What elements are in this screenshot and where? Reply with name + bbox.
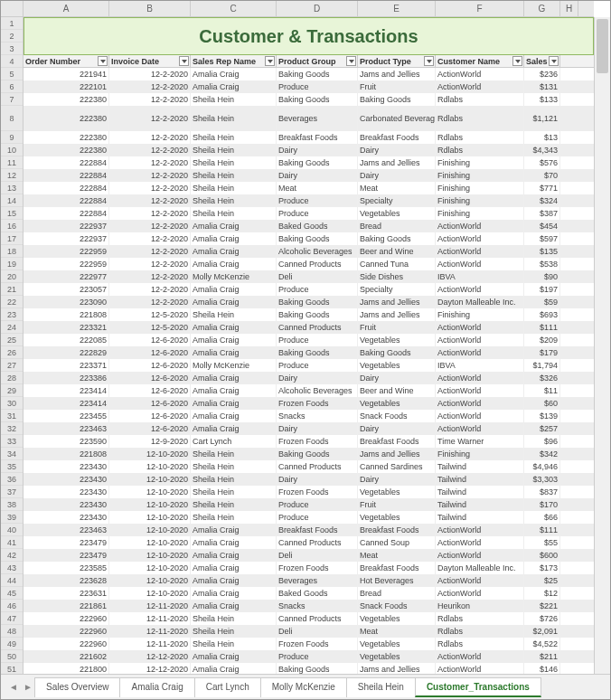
table-row[interactable]: 22337112-6-2020Molly McKenzieProduceVege… xyxy=(24,359,594,372)
cell[interactable]: Baking Goods xyxy=(277,232,358,245)
filter-dropdown-icon[interactable] xyxy=(549,56,559,66)
cell[interactable]: Canned Tuna xyxy=(358,258,436,270)
cell[interactable]: Amalia Craig xyxy=(191,397,277,410)
table-row[interactable]: 22343012-10-2020Sheila HeinCanned Produc… xyxy=(24,460,594,473)
row-header[interactable]: 5 xyxy=(1,68,23,80)
cell[interactable]: Baking Goods xyxy=(277,68,358,80)
cell[interactable]: Time Warner xyxy=(436,435,524,448)
cell[interactable]: $179 xyxy=(524,346,560,359)
cell[interactable]: Amalia Craig xyxy=(191,245,277,258)
cell[interactable]: Finishing xyxy=(436,448,524,460)
cell[interactable]: Vegetables xyxy=(358,207,436,220)
table-row[interactable]: 22347912-10-2020Amalia CraigCanned Produ… xyxy=(24,536,594,549)
cell[interactable]: 222977 xyxy=(24,270,109,283)
cell[interactable]: 221808 xyxy=(24,308,109,321)
col-header[interactable]: A xyxy=(24,1,109,16)
cell[interactable]: Sheila Hein xyxy=(191,156,277,169)
table-row[interactable]: 22295912-2-2020Amalia CraigCanned Produc… xyxy=(24,258,594,270)
cell[interactable]: Hot Beverages xyxy=(358,574,436,587)
cell[interactable]: Amalia Craig xyxy=(191,562,277,574)
cell[interactable]: $111 xyxy=(524,524,560,536)
row-header[interactable]: 21 xyxy=(1,283,23,296)
cell[interactable]: Vegetables xyxy=(358,511,436,524)
cell[interactable]: Produce xyxy=(277,511,358,524)
cell[interactable]: 12-6-2020 xyxy=(109,410,191,422)
cell[interactable]: $726 xyxy=(524,612,560,625)
cell[interactable]: Amalia Craig xyxy=(191,258,277,270)
table-row[interactable]: 22180812-10-2020Sheila HeinBaking GoodsJ… xyxy=(24,448,594,460)
row-header[interactable]: 37 xyxy=(1,486,23,498)
cell[interactable]: Produce xyxy=(277,498,358,511)
cell[interactable]: $55 xyxy=(524,536,560,549)
cell[interactable]: 12-10-2020 xyxy=(109,549,191,562)
cell[interactable]: Amalia Craig xyxy=(191,549,277,562)
cell[interactable]: Sheila Hein xyxy=(191,625,277,638)
cell[interactable]: 223386 xyxy=(24,372,109,384)
table-row[interactable]: 22238012-2-2020Sheila HeinBaking GoodsBa… xyxy=(24,93,594,106)
cell[interactable]: 12-12-2020 xyxy=(109,650,191,663)
table-row[interactable]: 22238012-2-2020Sheila HeinBreakfast Food… xyxy=(24,131,594,144)
cell[interactable]: $693 xyxy=(524,308,560,321)
row-header[interactable]: 20 xyxy=(1,270,23,283)
table-row[interactable]: 22341412-6-2020Amalia CraigAlcoholic Bev… xyxy=(24,384,594,397)
cell[interactable]: ActionWorld xyxy=(436,663,524,674)
corner-cell[interactable] xyxy=(1,1,24,16)
cell[interactable]: Sheila Hein xyxy=(191,182,277,194)
cell[interactable]: Baking Goods xyxy=(277,156,358,169)
cell[interactable]: Sheila Hein xyxy=(191,511,277,524)
column-filter-header[interactable]: Customer Name xyxy=(436,55,524,67)
cell[interactable]: ActionWorld xyxy=(436,397,524,410)
table-row[interactable]: 22160212-12-2020Amalia CraigProduceVeget… xyxy=(24,650,594,663)
cell[interactable]: 222085 xyxy=(24,334,109,346)
cell[interactable]: Produce xyxy=(277,334,358,346)
row-header[interactable]: 46 xyxy=(1,600,23,612)
column-filter-header[interactable]: Order Number xyxy=(24,55,109,67)
cell[interactable]: 222380 xyxy=(24,93,109,106)
cell[interactable]: Sheila Hein xyxy=(191,448,277,460)
cell[interactable]: ActionWorld xyxy=(436,574,524,587)
cell[interactable]: Produce xyxy=(277,283,358,296)
cell[interactable]: Frozen Foods xyxy=(277,486,358,498)
cell[interactable]: $236 xyxy=(524,68,560,80)
row-header[interactable]: 28 xyxy=(1,372,23,384)
row-header[interactable]: 3 xyxy=(1,43,23,55)
table-row[interactable]: 22362812-10-2020Amalia CraigBeveragesHot… xyxy=(24,574,594,587)
row-header[interactable]: 18 xyxy=(1,245,23,258)
col-header[interactable]: C xyxy=(191,1,277,16)
cell[interactable]: $11 xyxy=(524,384,560,397)
cell[interactable]: Vegetables xyxy=(358,638,436,650)
cell[interactable]: 222884 xyxy=(24,182,109,194)
cell[interactable]: ActionWorld xyxy=(436,346,524,359)
cell[interactable]: ActionWorld xyxy=(436,549,524,562)
column-filter-header[interactable]: Product Type xyxy=(358,55,436,67)
cell[interactable]: Amalia Craig xyxy=(191,334,277,346)
cell[interactable]: $25 xyxy=(524,574,560,587)
cell[interactable]: 12-2-2020 xyxy=(109,283,191,296)
cell[interactable]: Produce xyxy=(277,194,358,207)
cell[interactable]: 223090 xyxy=(24,296,109,308)
cell[interactable]: Baking Goods xyxy=(358,93,436,106)
cell[interactable]: Amalia Craig xyxy=(191,587,277,600)
table-row[interactable]: 22296012-11-2020Sheila HeinCanned Produc… xyxy=(24,612,594,625)
cell[interactable]: Amalia Craig xyxy=(191,384,277,397)
cell[interactable]: Baking Goods xyxy=(358,346,436,359)
row-header[interactable]: 38 xyxy=(1,498,23,511)
cell[interactable]: $597 xyxy=(524,232,560,245)
cell[interactable]: Frozen Foods xyxy=(277,638,358,650)
row-header[interactable]: 32 xyxy=(1,422,23,435)
vertical-scrollbar[interactable] xyxy=(594,17,610,674)
cell[interactable]: 222884 xyxy=(24,169,109,182)
cell[interactable]: Alcoholic Beverages xyxy=(277,384,358,397)
cell[interactable]: $135 xyxy=(524,245,560,258)
table-row[interactable]: 22293712-2-2020Amalia CraigBaking GoodsB… xyxy=(24,232,594,245)
row-header[interactable]: 19 xyxy=(1,258,23,270)
row-header[interactable]: 31 xyxy=(1,410,23,422)
tab-next-icon[interactable]: ► xyxy=(21,680,35,695)
cell[interactable]: Amalia Craig xyxy=(191,372,277,384)
cell[interactable]: Canned Soup xyxy=(358,536,436,549)
cell[interactable]: 222829 xyxy=(24,346,109,359)
cell[interactable]: 222960 xyxy=(24,625,109,638)
cell[interactable]: Sheila Hein xyxy=(191,486,277,498)
cell[interactable]: Frozen Foods xyxy=(277,435,358,448)
row-header[interactable]: 17 xyxy=(1,232,23,245)
